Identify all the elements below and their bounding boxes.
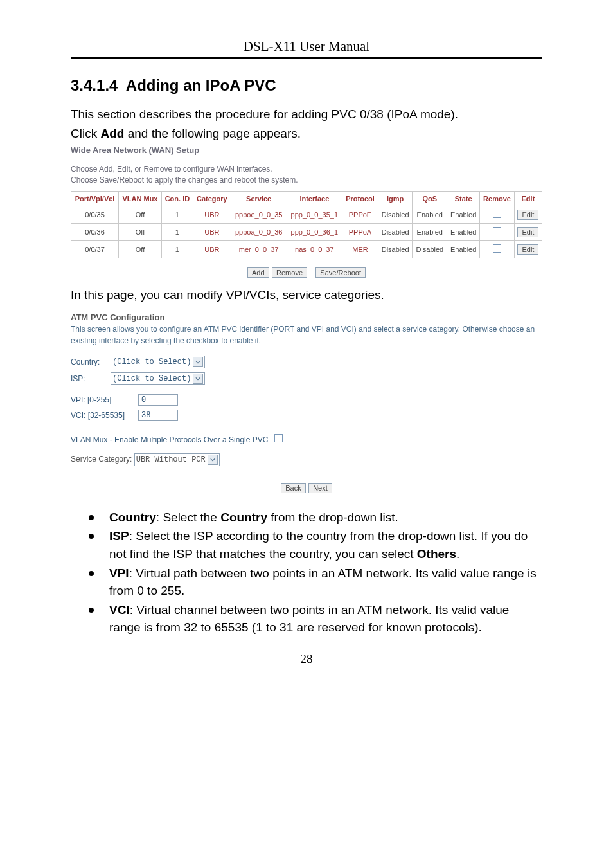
country-row: Country: (Click to Select) — [71, 356, 542, 368]
chevron-down-icon — [193, 374, 203, 384]
atm-config-title: ATM PVC Configuration — [71, 312, 542, 322]
col-category: Category — [193, 191, 231, 206]
vpi-label: VPI: [0-255] — [71, 395, 138, 404]
col-remove: Remove — [480, 191, 515, 206]
section-number: 3.4.1.4 — [71, 77, 118, 94]
page-number: 28 — [71, 652, 542, 666]
isp-select[interactable]: (Click to Select) — [111, 372, 205, 385]
table-row: 0/0/36 Off 1 UBR pppoa_0_0_36 ppp_0_0_36… — [71, 223, 542, 240]
wan-interfaces-table: Port/Vpi/Vci VLAN Mux Con. ID Category S… — [71, 191, 542, 258]
intro-paragraph-2: Click Add and the following page appears… — [71, 125, 542, 142]
col-edit: Edit — [514, 191, 542, 206]
service-category-select[interactable]: UBR Without PCR — [134, 453, 220, 466]
col-state: State — [447, 191, 480, 206]
col-qos: QoS — [413, 191, 447, 206]
vpi-input[interactable]: 0 — [138, 394, 178, 406]
col-service: Service — [231, 191, 287, 206]
chevron-down-icon — [208, 455, 218, 465]
section-heading: 3.4.1.4 Adding an IPoA PVC — [71, 77, 542, 95]
running-head: DSL-X11 User Manual — [71, 39, 542, 59]
vlan-mux-row: VLAN Mux - Enable Multiple Protocols Ove… — [71, 434, 542, 444]
col-vlanmux: VLAN Mux — [119, 191, 162, 206]
bullet-vpi: VPI: Virtual path between two points in … — [96, 565, 542, 600]
service-category-row: Service Category: UBR Without PCR — [71, 453, 542, 466]
remove-checkbox[interactable] — [493, 210, 501, 218]
vpi-row: VPI: [0-255] 0 — [71, 394, 542, 406]
country-label: Country: — [71, 357, 111, 366]
bullet-vci: VCI: Virtual channel between two points … — [96, 601, 542, 637]
field-description-list: Country: Select the Country from the dro… — [71, 509, 542, 637]
remove-button[interactable]: Remove — [272, 267, 307, 278]
table-header-row: Port/Vpi/Vci VLAN Mux Con. ID Category S… — [71, 191, 542, 206]
wan-instruction: Choose Add, Edit, or Remove to configure… — [71, 164, 542, 186]
nav-button-row: Back Next — [71, 482, 542, 493]
isp-label: ISP: — [71, 374, 111, 383]
col-igmp: Igmp — [378, 191, 413, 206]
wan-button-row: Add Remove Save/Reboot — [71, 266, 542, 278]
vci-row: VCI: [32-65535] 38 — [71, 410, 542, 421]
add-button[interactable]: Add — [247, 267, 269, 278]
col-conid: Con. ID — [161, 191, 193, 206]
col-protocol: Protocol — [342, 191, 378, 206]
next-button[interactable]: Next — [308, 483, 332, 493]
atm-config-description: This screen allows you to configure an A… — [71, 323, 542, 347]
wan-setup-title: Wide Area Network (WAN) Setup — [71, 145, 542, 155]
col-port: Port/Vpi/Vci — [71, 191, 119, 206]
remove-checkbox[interactable] — [493, 227, 501, 235]
chevron-down-icon — [193, 357, 203, 367]
intro-paragraph-1: This section describes the procedure for… — [71, 106, 542, 123]
section-title: Adding an IPoA PVC — [126, 77, 276, 94]
isp-row: ISP: (Click to Select) — [71, 372, 542, 385]
vlan-mux-label: VLAN Mux - Enable Multiple Protocols Ove… — [71, 435, 268, 444]
mid-description: In this page, you can modify VPI/VCIs, s… — [71, 288, 542, 302]
country-select[interactable]: (Click to Select) — [111, 356, 205, 368]
remove-checkbox[interactable] — [493, 244, 501, 253]
back-button[interactable]: Back — [281, 483, 305, 493]
bullet-isp: ISP: Select the ISP according to the cou… — [96, 527, 542, 563]
table-row: 0/0/35 Off 1 UBR pppoe_0_0_35 ppp_0_0_35… — [71, 206, 542, 223]
edit-button[interactable]: Edit — [517, 227, 538, 237]
edit-button[interactable]: Edit — [517, 244, 538, 255]
vci-input[interactable]: 38 — [138, 410, 178, 421]
table-row: 0/0/37 Off 1 UBR mer_0_0_37 nas_0_0_37 M… — [71, 240, 542, 258]
vlan-mux-checkbox[interactable] — [274, 434, 283, 442]
edit-button[interactable]: Edit — [517, 210, 538, 220]
save-reboot-button[interactable]: Save/Reboot — [315, 267, 366, 278]
service-category-label: Service Category: — [71, 455, 132, 464]
col-interface: Interface — [287, 191, 342, 206]
vci-label: VCI: [32-65535] — [71, 411, 138, 420]
bullet-country: Country: Select the Country from the dro… — [96, 509, 542, 527]
